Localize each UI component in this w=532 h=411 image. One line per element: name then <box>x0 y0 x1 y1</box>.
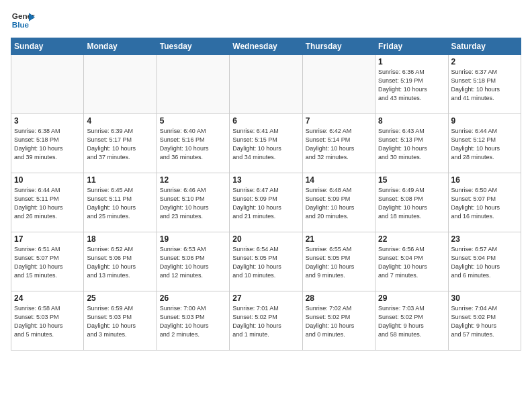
day-info: Sunrise: 7:01 AM Sunset: 5:02 PM Dayligh… <box>232 304 299 339</box>
empty-cell <box>157 55 229 114</box>
day-info: Sunrise: 6:39 AM Sunset: 5:17 PM Dayligh… <box>87 127 153 162</box>
svg-text:Blue: Blue <box>12 20 30 29</box>
day-info: Sunrise: 7:00 AM Sunset: 5:03 PM Dayligh… <box>160 304 226 339</box>
day-info: Sunrise: 6:52 AM Sunset: 5:06 PM Dayligh… <box>87 245 153 280</box>
day-cell-8: 8Sunrise: 6:43 AM Sunset: 5:13 PM Daylig… <box>375 114 448 173</box>
day-info: Sunrise: 6:48 AM Sunset: 5:09 PM Dayligh… <box>306 186 372 221</box>
day-cell-13: 13Sunrise: 6:47 AM Sunset: 5:09 PM Dayli… <box>230 173 302 232</box>
week-row-3: 10Sunrise: 6:44 AM Sunset: 5:11 PM Dayli… <box>11 173 521 232</box>
day-cell-9: 9Sunrise: 6:44 AM Sunset: 5:12 PM Daylig… <box>448 114 521 173</box>
day-number: 8 <box>378 116 445 126</box>
week-row-5: 24Sunrise: 6:58 AM Sunset: 5:03 PM Dayli… <box>11 291 521 351</box>
day-info: Sunrise: 7:04 AM Sunset: 5:02 PM Dayligh… <box>451 304 518 339</box>
day-cell-11: 11Sunrise: 6:45 AM Sunset: 5:11 PM Dayli… <box>84 173 157 232</box>
day-cell-16: 16Sunrise: 6:50 AM Sunset: 5:07 PM Dayli… <box>448 173 521 232</box>
day-number: 30 <box>451 293 518 303</box>
day-cell-1: 1Sunrise: 6:36 AM Sunset: 5:19 PM Daylig… <box>375 55 448 114</box>
weekday-friday: Friday <box>375 38 448 55</box>
day-number: 3 <box>14 116 81 126</box>
weekday-sunday: Sunday <box>11 38 84 55</box>
day-cell-25: 25Sunrise: 6:59 AM Sunset: 5:03 PM Dayli… <box>84 291 157 351</box>
day-number: 12 <box>160 175 226 185</box>
day-number: 24 <box>14 293 81 303</box>
day-info: Sunrise: 6:50 AM Sunset: 5:07 PM Dayligh… <box>451 186 518 221</box>
day-number: 9 <box>451 116 518 126</box>
day-cell-19: 19Sunrise: 6:53 AM Sunset: 5:06 PM Dayli… <box>157 232 229 291</box>
day-cell-20: 20Sunrise: 6:54 AM Sunset: 5:05 PM Dayli… <box>230 232 302 291</box>
day-info: Sunrise: 6:58 AM Sunset: 5:03 PM Dayligh… <box>14 304 81 339</box>
week-row-2: 3Sunrise: 6:38 AM Sunset: 5:18 PM Daylig… <box>11 114 521 173</box>
day-cell-15: 15Sunrise: 6:49 AM Sunset: 5:08 PM Dayli… <box>375 173 448 232</box>
week-row-4: 17Sunrise: 6:51 AM Sunset: 5:07 PM Dayli… <box>11 232 521 291</box>
day-number: 2 <box>451 57 518 66</box>
day-number: 28 <box>306 293 372 303</box>
day-cell-14: 14Sunrise: 6:48 AM Sunset: 5:09 PM Dayli… <box>302 173 375 232</box>
day-cell-4: 4Sunrise: 6:39 AM Sunset: 5:17 PM Daylig… <box>84 114 157 173</box>
day-number: 23 <box>451 234 518 244</box>
day-number: 11 <box>87 175 153 185</box>
day-cell-23: 23Sunrise: 6:57 AM Sunset: 5:04 PM Dayli… <box>448 232 521 291</box>
day-number: 27 <box>232 293 299 303</box>
day-info: Sunrise: 6:51 AM Sunset: 5:07 PM Dayligh… <box>14 245 81 280</box>
day-info: Sunrise: 6:46 AM Sunset: 5:10 PM Dayligh… <box>160 186 226 221</box>
day-info: Sunrise: 6:49 AM Sunset: 5:08 PM Dayligh… <box>378 186 445 221</box>
day-info: Sunrise: 6:43 AM Sunset: 5:13 PM Dayligh… <box>378 127 445 162</box>
day-number: 6 <box>232 116 299 126</box>
day-number: 16 <box>451 175 518 185</box>
empty-cell <box>84 55 157 114</box>
day-number: 17 <box>14 234 81 244</box>
day-info: Sunrise: 6:57 AM Sunset: 5:04 PM Dayligh… <box>451 245 518 280</box>
day-cell-2: 2Sunrise: 6:37 AM Sunset: 5:18 PM Daylig… <box>448 55 521 114</box>
calendar-page: General Blue SundayMondayTuesdayWednesda… <box>0 0 532 411</box>
day-cell-21: 21Sunrise: 6:55 AM Sunset: 5:05 PM Dayli… <box>302 232 375 291</box>
day-cell-3: 3Sunrise: 6:38 AM Sunset: 5:18 PM Daylig… <box>11 114 84 173</box>
day-cell-30: 30Sunrise: 7:04 AM Sunset: 5:02 PM Dayli… <box>448 291 521 351</box>
weekday-saturday: Saturday <box>448 38 521 55</box>
day-info: Sunrise: 6:59 AM Sunset: 5:03 PM Dayligh… <box>87 304 153 339</box>
empty-cell <box>11 55 84 114</box>
header: General Blue <box>11 8 521 32</box>
day-number: 5 <box>160 116 226 126</box>
day-info: Sunrise: 6:45 AM Sunset: 5:11 PM Dayligh… <box>87 186 153 221</box>
day-info: Sunrise: 7:02 AM Sunset: 5:02 PM Dayligh… <box>306 304 372 339</box>
day-info: Sunrise: 6:42 AM Sunset: 5:14 PM Dayligh… <box>306 127 372 162</box>
day-info: Sunrise: 6:55 AM Sunset: 5:05 PM Dayligh… <box>306 245 372 280</box>
day-cell-26: 26Sunrise: 7:00 AM Sunset: 5:03 PM Dayli… <box>157 291 229 351</box>
day-info: Sunrise: 6:54 AM Sunset: 5:05 PM Dayligh… <box>232 245 299 280</box>
day-number: 29 <box>378 293 445 303</box>
day-number: 13 <box>232 175 299 185</box>
logo: General Blue <box>11 8 35 32</box>
empty-cell <box>302 55 375 114</box>
day-cell-27: 27Sunrise: 7:01 AM Sunset: 5:02 PM Dayli… <box>230 291 302 351</box>
day-number: 25 <box>87 293 153 303</box>
day-number: 22 <box>378 234 445 244</box>
day-info: Sunrise: 7:03 AM Sunset: 5:02 PM Dayligh… <box>378 304 445 339</box>
weekday-thursday: Thursday <box>302 38 375 55</box>
day-number: 18 <box>87 234 153 244</box>
day-number: 7 <box>306 116 372 126</box>
day-number: 14 <box>306 175 372 185</box>
day-cell-17: 17Sunrise: 6:51 AM Sunset: 5:07 PM Dayli… <box>11 232 84 291</box>
day-cell-22: 22Sunrise: 6:56 AM Sunset: 5:04 PM Dayli… <box>375 232 448 291</box>
day-number: 10 <box>14 175 81 185</box>
day-cell-7: 7Sunrise: 6:42 AM Sunset: 5:14 PM Daylig… <box>302 114 375 173</box>
day-number: 1 <box>378 57 445 66</box>
day-info: Sunrise: 6:44 AM Sunset: 5:12 PM Dayligh… <box>451 127 518 162</box>
weekday-monday: Monday <box>84 38 157 55</box>
day-cell-6: 6Sunrise: 6:41 AM Sunset: 5:15 PM Daylig… <box>230 114 302 173</box>
day-number: 26 <box>160 293 226 303</box>
logo-icon: General Blue <box>11 8 35 32</box>
day-info: Sunrise: 6:38 AM Sunset: 5:18 PM Dayligh… <box>14 127 81 162</box>
day-info: Sunrise: 6:53 AM Sunset: 5:06 PM Dayligh… <box>160 245 226 280</box>
day-info: Sunrise: 6:36 AM Sunset: 5:19 PM Dayligh… <box>378 68 445 103</box>
weekday-wednesday: Wednesday <box>230 38 302 55</box>
weekday-tuesday: Tuesday <box>157 38 229 55</box>
day-cell-18: 18Sunrise: 6:52 AM Sunset: 5:06 PM Dayli… <box>84 232 157 291</box>
empty-cell <box>230 55 302 114</box>
day-cell-24: 24Sunrise: 6:58 AM Sunset: 5:03 PM Dayli… <box>11 291 84 351</box>
day-number: 20 <box>232 234 299 244</box>
day-info: Sunrise: 6:41 AM Sunset: 5:15 PM Dayligh… <box>232 127 299 162</box>
day-cell-29: 29Sunrise: 7:03 AM Sunset: 5:02 PM Dayli… <box>375 291 448 351</box>
day-number: 19 <box>160 234 226 244</box>
weekday-header-row: SundayMondayTuesdayWednesdayThursdayFrid… <box>11 38 521 55</box>
